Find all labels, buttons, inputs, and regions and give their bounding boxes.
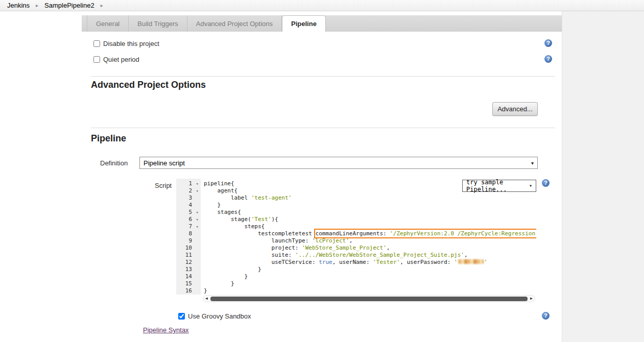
code-line[interactable]: useTCService: true, userName: 'Tester', … [204, 259, 536, 266]
pipeline-script-editor[interactable]: 1▾2▾345▾6▾7▾8910111213141516 pipeline{ a… [176, 179, 536, 303]
pipeline-heading: Pipeline [91, 133, 126, 144]
highlight-box: commandLineArguments: '/ZephyrVersion:2.… [316, 230, 536, 237]
code-line[interactable]: } [204, 266, 536, 273]
help-icon[interactable]: ? [544, 55, 552, 63]
code-text: testcompletetest [204, 230, 316, 237]
definition-label: Definition [100, 159, 128, 167]
pipeline-syntax-link[interactable]: Pipeline Syntax [143, 326, 189, 334]
quiet-period-checkbox[interactable] [93, 56, 100, 63]
definition-select-value: Pipeline script [144, 159, 185, 167]
tab-build-triggers[interactable]: Build Triggers [129, 15, 187, 32]
code-boolean: true [319, 259, 332, 265]
fold-arrow-icon[interactable]: ▾ [196, 209, 199, 215]
section-divider [91, 76, 555, 77]
fold-arrow-icon[interactable]: ▾ [196, 224, 199, 230]
code-line[interactable]: label 'test-agent' [204, 194, 536, 202]
tab-advanced-project-options[interactable]: Advanced Project Options [187, 15, 282, 32]
groovy-sandbox-checkbox[interactable] [178, 313, 185, 320]
page-right-gutter [562, 11, 644, 342]
help-icon[interactable]: ? [544, 39, 552, 47]
code-text: label [204, 194, 251, 201]
chevron-down-icon: ▾ [531, 160, 534, 166]
gutter-line-number: 6▾ [176, 216, 201, 223]
code-text: } [204, 273, 248, 280]
code-string: 'test-agent' [251, 194, 292, 201]
code-text: } [204, 280, 234, 287]
scrollbar-thumb[interactable] [210, 297, 528, 301]
help-icon[interactable]: ? [542, 312, 550, 320]
editor-horizontal-scrollbar[interactable]: ◀ ▶ [203, 295, 535, 302]
gutter-line-number: 5▾ [176, 209, 201, 216]
code-text: , userPassword: [400, 259, 454, 265]
code-line[interactable]: testcompletetest commandLineArguments: '… [204, 230, 536, 237]
code-text: , userName: [332, 259, 373, 265]
breadcrumb-item-jenkins[interactable]: Jenkins [7, 2, 30, 9]
code-string: 'Test' [251, 216, 272, 223]
code-string: ' [454, 259, 458, 265]
editor-lines[interactable]: pipeline{ agent{ label 'test-agent' } st… [204, 180, 536, 295]
code-line[interactable]: } [204, 287, 536, 295]
gutter-line-number: 14 [176, 273, 201, 280]
code-text: stages{ [204, 209, 241, 215]
config-tab-bar: General Build Triggers Advanced Project … [82, 15, 562, 32]
redacted-password [458, 259, 484, 264]
breadcrumb-item-project[interactable]: SamplePipeline2 [44, 2, 94, 9]
sample-pipeline-select[interactable]: try sample Pipeline... ▾ [462, 180, 536, 192]
code-text: launchType: [204, 237, 312, 244]
code-line[interactable]: launchType: 'lcProject', [204, 237, 536, 245]
tab-general[interactable]: General [87, 15, 129, 32]
code-line[interactable]: stages{ [204, 209, 536, 216]
chevron-down-icon: ▾ [529, 182, 532, 189]
code-text: , [349, 237, 353, 244]
gutter-line-number: 2▾ [176, 187, 201, 194]
sample-pipeline-select-value: try sample Pipeline... [466, 179, 529, 193]
disable-project-checkbox[interactable] [93, 40, 100, 47]
fold-arrow-icon[interactable]: ▾ [196, 188, 199, 194]
section-divider [91, 128, 555, 128]
advanced-button[interactable]: Advanced... [492, 102, 538, 116]
gutter-line-number: 8 [176, 230, 201, 237]
fold-arrow-icon[interactable]: ▾ [196, 216, 199, 223]
disable-project-label: Disable this project [103, 40, 159, 47]
jenkins-config-page: Jenkins ▸ SamplePipeline2 ▸ General Buil… [0, 0, 644, 342]
code-text: } [204, 202, 221, 208]
code-text: commandLineArguments: [316, 230, 390, 237]
quiet-period-label: Quiet period [103, 56, 139, 63]
code-line[interactable]: steps{ [204, 223, 536, 230]
code-text: useTCService: [204, 259, 319, 265]
code-line[interactable]: stage('Test'){ [204, 216, 536, 223]
code-text: ){ [271, 216, 278, 223]
scroll-left-icon[interactable]: ◀ [203, 296, 210, 302]
editor-gutter: 1▾2▾345▾6▾7▾8910111213141516 [176, 179, 201, 295]
script-label: Script [155, 182, 172, 189]
gutter-line-number: 10 [176, 245, 201, 252]
definition-select[interactable]: Pipeline script ▾ [139, 157, 538, 169]
fold-arrow-icon[interactable]: ▾ [196, 181, 199, 187]
code-line[interactable]: suite: '../../WebStore/WebStore_Sample_P… [204, 252, 536, 259]
breadcrumb-separator-icon[interactable]: ▸ [101, 3, 103, 8]
tab-pipeline[interactable]: Pipeline [282, 15, 326, 32]
code-text: suite: [204, 252, 295, 258]
groovy-sandbox-label: Use Groovy Sandbox [188, 312, 251, 320]
breadcrumb-separator-icon[interactable]: ▸ [36, 3, 38, 8]
code-line[interactable]: } [204, 202, 536, 209]
config-content: Disable this project ? Quiet period ? Ad… [82, 32, 562, 342]
gutter-line-number: 16 [176, 287, 201, 295]
gutter-line-number: 12 [176, 259, 201, 266]
code-string: 'lcProject' [312, 237, 349, 244]
scroll-right-icon[interactable]: ▶ [528, 296, 535, 302]
gutter-line-number: 11 [176, 252, 201, 259]
code-text: project: [204, 245, 302, 251]
code-line[interactable]: } [204, 273, 536, 280]
code-line[interactable]: project: 'WebStore_Sample_Project', [204, 245, 536, 252]
code-text: steps{ [204, 223, 265, 230]
gutter-line-number: 4 [176, 202, 201, 209]
advanced-project-options-heading: Advanced Project Options [91, 80, 206, 90]
help-icon[interactable]: ? [542, 179, 550, 187]
code-string: 'WebStore_Sample_Project' [302, 245, 387, 251]
code-line[interactable]: } [204, 280, 536, 287]
code-string: '../../WebStore/WebStore_Sample_Project_… [295, 252, 464, 258]
code-string: '/ZephyrVersion:2.0 /ZephyrCycle:Regress… [390, 230, 536, 237]
gutter-line-number: 9 [176, 237, 201, 245]
code-text: , [387, 245, 390, 251]
